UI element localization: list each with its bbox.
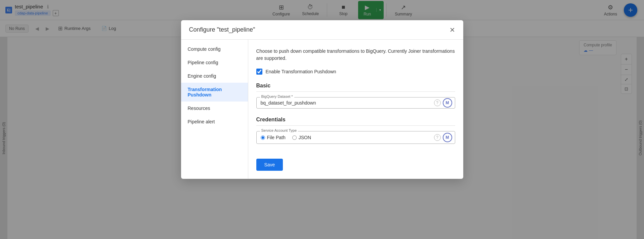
- file-path-option[interactable]: File Path: [261, 135, 286, 140]
- bq-dataset-label: BigQuery Dataset *: [260, 94, 294, 98]
- bq-dataset-value[interactable]: bq_dataset_for_pushdown: [261, 100, 333, 106]
- nav-item-resources[interactable]: Resources: [181, 102, 248, 115]
- modal-body: Compute config Pipeline config Engine co…: [181, 40, 463, 179]
- description-text: Choose to push down compatible transform…: [256, 48, 455, 62]
- bq-dataset-macro-badge[interactable]: M: [443, 98, 452, 108]
- nav-item-transformation-pushdown[interactable]: TransformationPushdown: [181, 83, 248, 102]
- nav-item-pipeline-alert[interactable]: Pipeline alert: [181, 115, 248, 128]
- modal-sidebar: Compute config Pipeline config Engine co…: [181, 40, 248, 179]
- nav-item-engine-config-label: Engine config: [188, 73, 216, 79]
- modal-header: Configure "test_pipeline" ✕: [181, 20, 463, 40]
- configure-modal: Configure "test_pipeline" ✕ Compute conf…: [181, 20, 463, 179]
- file-path-label: File Path: [267, 135, 286, 140]
- bq-dataset-field-group: BigQuery Dataset * bq_dataset_for_pushdo…: [256, 97, 455, 109]
- nav-item-compute-config-label: Compute config: [188, 46, 221, 52]
- nav-item-engine-config[interactable]: Engine config: [181, 69, 248, 83]
- nav-item-compute-config[interactable]: Compute config: [181, 42, 248, 56]
- nav-item-pipeline-alert-label: Pipeline alert: [188, 119, 215, 124]
- modal-overlay: Configure "test_pipeline" ✕ Compute conf…: [0, 0, 644, 239]
- json-option[interactable]: JSON: [292, 135, 311, 140]
- save-button[interactable]: Save: [256, 159, 283, 171]
- service-account-type-wrapper: Service Account Type File Path JSON: [256, 131, 455, 144]
- credentials-section: Credentials Service Account Type File Pa…: [256, 117, 455, 144]
- basic-section: Basic BigQuery Dataset * bq_dataset_for_…: [256, 83, 455, 109]
- modal-title: Configure "test_pipeline": [189, 26, 255, 33]
- enable-pushdown-row: Enable Transformation Pushdown: [256, 69, 455, 75]
- json-label: JSON: [299, 135, 311, 140]
- credentials-section-title: Credentials: [256, 117, 455, 126]
- modal-main-content: Choose to push down compatible transform…: [248, 40, 463, 179]
- service-account-field-group: Service Account Type File Path JSON: [256, 131, 455, 144]
- basic-section-title: Basic: [256, 83, 455, 92]
- nav-item-resources-label: Resources: [188, 106, 210, 111]
- bq-dataset-field-wrapper: BigQuery Dataset * bq_dataset_for_pushdo…: [256, 97, 455, 109]
- enable-transformation-pushdown-checkbox[interactable]: [256, 69, 262, 75]
- file-path-radio[interactable]: [261, 135, 265, 140]
- enable-transformation-pushdown-label[interactable]: Enable Transformation Pushdown: [266, 69, 336, 74]
- service-account-help-icon[interactable]: ?: [434, 134, 441, 141]
- service-account-radio-row: File Path JSON: [261, 135, 451, 140]
- bq-dataset-help-icon[interactable]: ?: [434, 99, 441, 106]
- modal-close-button[interactable]: ✕: [449, 27, 455, 33]
- json-radio[interactable]: [292, 135, 297, 140]
- nav-item-pipeline-config[interactable]: Pipeline config: [181, 56, 248, 69]
- nav-item-transformation-pushdown-label: TransformationPushdown: [188, 87, 222, 97]
- service-account-macro-badge[interactable]: M: [443, 133, 452, 142]
- bq-dataset-actions: ? M: [434, 98, 452, 108]
- service-account-actions: ? M: [434, 133, 452, 142]
- nav-item-pipeline-config-label: Pipeline config: [188, 60, 218, 65]
- service-account-type-label: Service Account Type: [260, 128, 298, 132]
